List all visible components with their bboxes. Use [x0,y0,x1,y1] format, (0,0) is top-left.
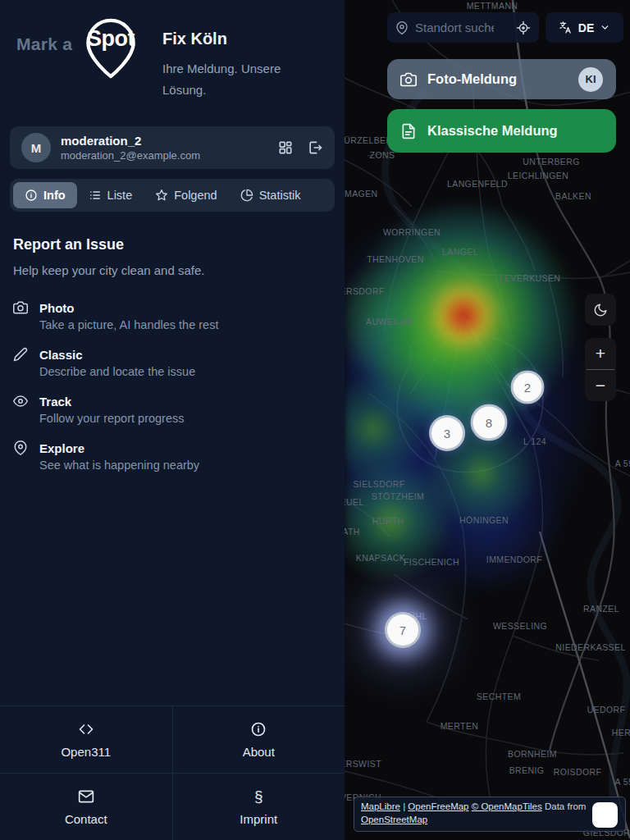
star-icon [155,189,168,202]
section-heading: Report an Issue [13,236,331,253]
feature-title: Classic [39,348,331,362]
avatar: M [21,133,51,162]
chevron-down-icon [600,22,610,33]
location-search [387,12,539,43]
section-sign-icon: § [254,788,263,805]
cluster-marker[interactable]: 7 [385,612,421,648]
eye-icon [13,394,34,409]
crosshair-icon [516,21,531,35]
feature-explore: Explore See what is happening nearby [13,441,331,472]
pencil-icon [13,347,34,362]
location-pin-icon [395,21,409,34]
feature-desc: Follow your report progress [39,412,331,425]
photo-report-button[interactable]: Foto-Meldung KI [387,59,616,99]
zoom-out-button[interactable]: − [585,370,616,401]
cluster-marker[interactable]: 2 [511,371,545,404]
info-circle-icon [250,721,267,737]
logout-icon [307,139,323,156]
map[interactable]: METTMANNSTÜRZELBERGZONSUNTERBERGLEICHLIN… [345,0,630,840]
app-tagline: Ihre Meldung. Unsere Lösung. [162,58,294,100]
report-section: Report an Issue Help keep your city clea… [0,212,345,487]
openfreemap-link[interactable]: OpenFreeMap [408,801,468,811]
map-attribution: MapLibre | OpenFreeMap © OpenMapTiles Da… [354,797,626,832]
about-label: About [243,745,275,759]
app-root: Mark a Spot Fix Köln Ihre Meldung. Unser… [0,0,630,840]
attribution-separator: | [403,801,405,811]
classic-report-button[interactable]: Klassische Meldung [387,109,616,153]
user-email: moderation_2@example.com [61,149,200,162]
map-pin-icon [13,441,34,455]
feature-list: Photo Take a picture, AI handles the res… [13,300,331,472]
imprint-link[interactable]: § Imprint [173,774,345,840]
user-name: moderation_2 [61,134,200,148]
logo-pin: Spot [79,15,143,82]
zoom-in-button[interactable]: + [585,338,616,369]
feature-desc: Take a picture, AI handles the rest [39,318,331,331]
feature-classic: Classic Describe and locate the issue [13,347,331,378]
translate-icon [559,21,573,34]
attribution-text: Data from [545,801,587,811]
info-icon [25,189,38,202]
envelope-icon [78,788,94,805]
sidebar: Mark a Spot Fix Köln Ihre Meldung. Unser… [0,0,345,840]
app-logo[interactable]: Mark a Spot [16,13,144,82]
contact-link[interactable]: Contact [0,774,172,840]
brand-row: Mark a Spot Fix Köln Ihre Meldung. Unser… [0,0,345,120]
dark-mode-toggle[interactable] [585,294,616,326]
feature-title: Explore [39,441,331,455]
logo-text-mark-a: Mark a [16,34,72,54]
feature-desc: Describe and locate the issue [39,365,331,378]
user-actions [277,139,323,156]
tab-statistik[interactable]: Statistik [229,182,313,208]
imprint-label: Imprint [240,812,277,826]
user-card: M moderation_2 moderation_2@example.com [10,126,335,169]
tab-statistik-label: Statistik [259,189,301,202]
openmaptiles-link[interactable]: © OpenMapTiles [472,801,542,811]
contact-label: Contact [65,812,107,826]
about-link[interactable]: About [173,706,345,773]
feature-title: Photo [39,301,331,315]
brand-text: Fix Köln Ihre Meldung. Unsere Lösung. [162,13,294,100]
tab-folgend-label: Folgend [174,189,217,202]
pie-chart-icon [240,189,253,202]
document-icon [400,123,417,139]
tabbar: Info Liste Folgend Statistik [10,179,335,212]
feature-track: Track Follow your report progress [13,394,331,425]
camera-icon [13,300,34,315]
code-icon [78,721,94,737]
logo-text-spot: Spot [87,26,135,52]
attribution-toggle-button[interactable] [592,802,618,828]
tab-liste[interactable]: Liste [77,182,144,208]
tab-liste-label: Liste [107,189,133,202]
dashboard-grid-icon [277,139,294,156]
open311-label: Open311 [61,745,111,759]
moon-icon [593,303,608,317]
section-subheading: Help keep your city clean and safe. [13,263,331,277]
ai-badge: KI [578,67,603,92]
language-code: DE [578,21,594,34]
user-info: moderation_2 moderation_2@example.com [61,134,200,162]
cluster-marker[interactable]: 3 [429,415,465,451]
logout-button[interactable] [307,139,323,156]
tab-info[interactable]: Info [13,182,77,208]
openstreetmap-link[interactable]: OpenStreetMap [361,815,427,824]
feature-photo: Photo Take a picture, AI handles the res… [13,300,331,331]
locate-me-button[interactable] [516,21,531,35]
open311-link[interactable]: Open311 [0,706,172,773]
sidebar-footer: Open311 About Contact § Imprint [0,705,345,840]
camera-icon [400,71,417,88]
tab-folgend[interactable]: Folgend [144,182,228,208]
classic-report-label: Klassische Meldung [427,123,558,139]
cluster-marker[interactable]: 8 [471,404,508,441]
dashboard-button[interactable] [277,139,294,156]
feature-title: Track [39,395,331,409]
maplibre-link[interactable]: MapLibre [361,801,400,811]
tab-info-label: Info [43,189,66,202]
page-title: Fix Köln [162,30,294,48]
search-input[interactable] [415,21,494,34]
photo-report-label: Foto-Meldung [427,71,517,87]
feature-desc: See what is happening nearby [39,459,331,472]
language-selector[interactable]: DE [546,12,623,43]
zoom-controls: + − [585,338,616,401]
list-icon [89,189,102,202]
